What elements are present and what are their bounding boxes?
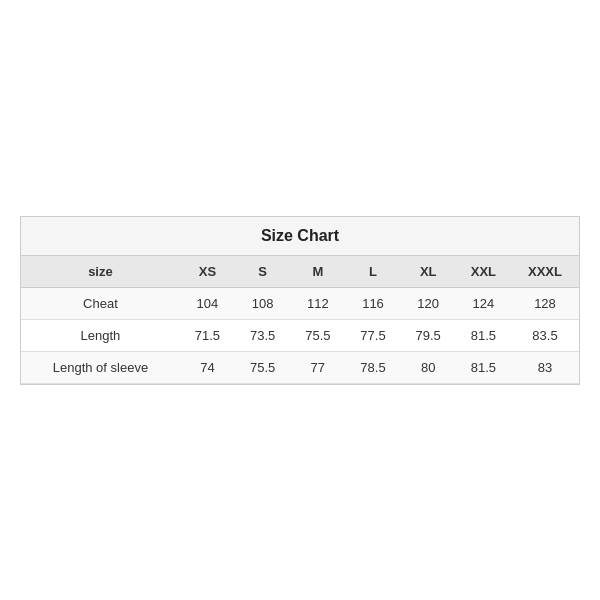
table-body: Cheat104108112116120124128Length71.573.5… — [21, 287, 579, 383]
row-2-col-3: 78.5 — [345, 351, 400, 383]
row-0-col-2: 112 — [290, 287, 345, 319]
row-2-label: Length of sleeve — [21, 351, 180, 383]
header-xl: XL — [401, 256, 456, 288]
table-row: Cheat104108112116120124128 — [21, 287, 579, 319]
header-xs: XS — [180, 256, 235, 288]
size-chart-container: Size Chart sizeXSSMLXLXXLXXXL Cheat10410… — [20, 216, 580, 385]
table-row: Length of sleeve7475.57778.58081.583 — [21, 351, 579, 383]
row-0-col-0: 104 — [180, 287, 235, 319]
row-2-col-1: 75.5 — [235, 351, 290, 383]
table-header: sizeXSSMLXLXXLXXXL — [21, 256, 579, 288]
row-0-col-6: 128 — [511, 287, 579, 319]
row-1-col-1: 73.5 — [235, 319, 290, 351]
row-1-col-0: 71.5 — [180, 319, 235, 351]
row-2-col-4: 80 — [401, 351, 456, 383]
row-2-col-5: 81.5 — [456, 351, 511, 383]
chart-title-row: Size Chart — [21, 217, 579, 256]
row-1-col-6: 83.5 — [511, 319, 579, 351]
header-m: M — [290, 256, 345, 288]
header-xxl: XXL — [456, 256, 511, 288]
row-0-col-4: 120 — [401, 287, 456, 319]
row-2-col-6: 83 — [511, 351, 579, 383]
row-2-col-2: 77 — [290, 351, 345, 383]
row-1-label: Length — [21, 319, 180, 351]
row-0-label: Cheat — [21, 287, 180, 319]
header-size-label: size — [21, 256, 180, 288]
header-xxxl: XXXL — [511, 256, 579, 288]
row-0-col-5: 124 — [456, 287, 511, 319]
row-1-col-5: 81.5 — [456, 319, 511, 351]
row-2-col-0: 74 — [180, 351, 235, 383]
table-row: Length71.573.575.577.579.581.583.5 — [21, 319, 579, 351]
row-1-col-2: 75.5 — [290, 319, 345, 351]
row-0-col-1: 108 — [235, 287, 290, 319]
size-table: sizeXSSMLXLXXLXXXL Cheat1041081121161201… — [21, 256, 579, 384]
row-1-col-4: 79.5 — [401, 319, 456, 351]
chart-title: Size Chart — [261, 227, 339, 244]
header-s: S — [235, 256, 290, 288]
header-l: L — [345, 256, 400, 288]
row-1-col-3: 77.5 — [345, 319, 400, 351]
header-row: sizeXSSMLXLXXLXXXL — [21, 256, 579, 288]
row-0-col-3: 116 — [345, 287, 400, 319]
